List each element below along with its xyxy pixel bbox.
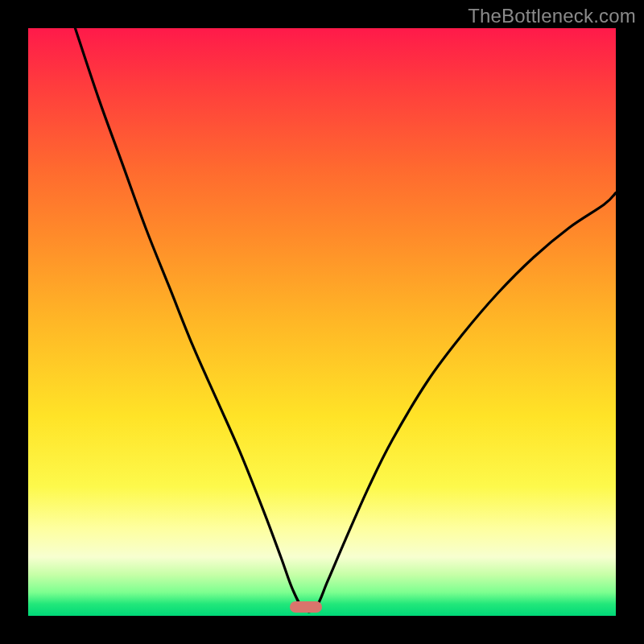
minimum-marker xyxy=(290,601,322,613)
plot-area xyxy=(28,28,616,616)
bottleneck-curve xyxy=(28,28,616,616)
chart-frame: TheBottleneck.com xyxy=(0,0,644,644)
watermark-text: TheBottleneck.com xyxy=(468,5,636,27)
